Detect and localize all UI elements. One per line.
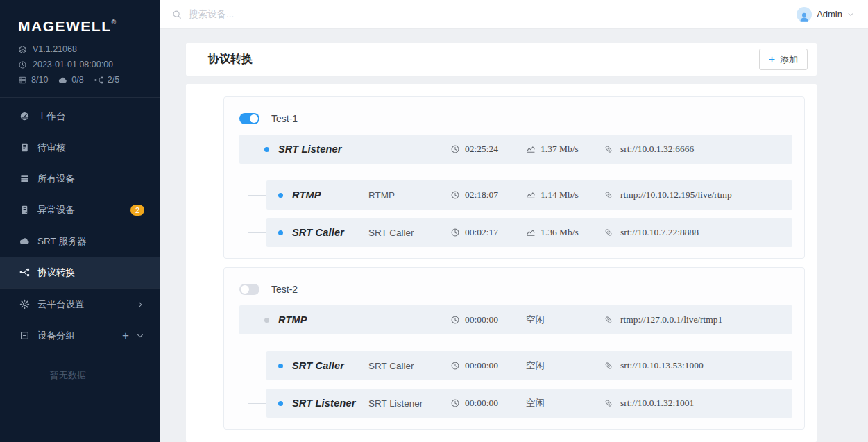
source-bitrate: 1.37 Mb/s [526,144,604,155]
datetime-label: 2023-01-01 08:00:00 [33,60,113,69]
status-dot [264,147,269,152]
device-counter: 8/10 [18,75,48,85]
system-info: V1.1.21068 2023-01-01 08:00:00 8/10 0/8 … [0,35,160,87]
output-duration: 00:02:17 [450,227,526,238]
sidebar-item-workbench[interactable]: 工作台 [0,101,160,132]
group-name: Test-2 [271,284,298,295]
pending-review-icon [19,142,30,153]
sidebar-item-pending-review[interactable]: 待审核 [0,132,160,163]
link-icon [604,398,613,408]
sidebar-item-srt-server[interactable]: SRT 服务器 [0,226,160,257]
no-data-text: 暂无数据 [0,351,160,382]
output-row[interactable]: RTMP RTMP 02:18:07 1.14 Mb/s [266,180,792,210]
conversion-list-panel: Test-1 SRT Listener 02:25:24 [186,84,817,442]
status-dot [278,230,283,235]
magewell-logo: MAGEWELL® [0,0,160,35]
group-enable-toggle[interactable] [239,113,259,124]
output-name-cell: SRT Caller [278,227,368,238]
group-header: Test-2 [239,279,792,300]
source-duration: 00:00:00 [450,314,526,325]
output-name: SRT Listener [292,398,356,409]
chevron-down-icon[interactable] [136,332,144,340]
sidebar-item-device-groups[interactable]: 设备分组 + [0,320,160,351]
source-name-cell: SRT Listener [264,144,450,155]
username: Admin [817,9,842,19]
output-name-cell: SRT Caller [278,360,368,371]
layers-icon [18,45,27,54]
user-menu[interactable]: Admin [797,7,854,22]
abnormal-count-badge: 2 [130,205,144,216]
source-row[interactable]: RTMP 00:00:00 空闲 rtmp://127.0.0.1/l [239,305,792,334]
gear-icon [19,299,30,309]
source-url: srt://10.0.1.32:6666 [604,144,792,155]
source-row[interactable]: SRT Listener 02:25:24 1.37 Mb/s srt [239,135,792,164]
sidebar-item-abnormal-devices[interactable]: 异常设备 2 [0,194,160,226]
sidebar-item-protocol-conversion[interactable]: 协议转换 [0,257,160,288]
output-name: SRT Caller [292,360,344,371]
abnormal-device-icon [19,205,30,215]
version-row: V1.1.21068 [18,42,160,57]
device-count-icon [18,76,27,85]
conversion-group-card: Test-1 SRT Listener 02:25:24 [223,96,805,259]
output-bitrate: 1.14 Mb/s [526,189,604,201]
cloud-count-icon [58,76,67,85]
status-dot [278,193,283,198]
sidebar-item-cloud-settings[interactable]: 云平台设置 [0,289,160,320]
output-name: SRT Caller [292,227,344,238]
cloud-counter: 0/8 [58,75,83,85]
output-status: 空闲 [526,359,604,372]
bitrate-chart-icon [526,228,536,237]
output-row[interactable]: SRT Caller SRT Caller 00:02:17 1.36 Mb/s [266,218,792,247]
link-icon [604,144,613,154]
output-rows: RTMP RTMP 02:18:07 1.14 Mb/s [266,164,792,247]
bitrate-chart-icon [526,144,536,154]
clock-icon [450,315,460,325]
conversion-counter: 2/5 [94,75,119,85]
main-region: Admin 协议转换 + 添加 Test-1 [160,0,868,442]
search-input[interactable] [187,8,482,20]
output-row[interactable]: SRT Caller SRT Caller 00:00:00 空闲 [266,351,792,380]
group-name: Test-1 [271,113,298,124]
page-title: 协议转换 [208,52,253,67]
link-icon [604,190,613,200]
output-row[interactable]: SRT Listener SRT Listener 00:00:00 空闲 [266,389,792,418]
add-group-button[interactable]: + [122,330,129,341]
page-header: 协议转换 + 添加 [186,43,817,76]
clock-icon [450,190,460,200]
clock-icon [450,398,460,408]
status-dot [264,318,269,323]
version-label: V1.1.21068 [33,44,77,54]
sidebar: MAGEWELL® V1.1.21068 2023-01-01 08:00:00… [0,0,160,442]
source-name: SRT Listener [278,144,342,155]
app-window: MAGEWELL® V1.1.21068 2023-01-01 08:00:00… [0,0,868,442]
output-duration: 00:00:00 [450,360,526,371]
clock-icon [450,144,460,154]
link-icon [604,315,613,325]
bitrate-chart-icon [526,190,536,200]
output-status: 空闲 [526,397,604,409]
output-rows: SRT Caller SRT Caller 00:00:00 空闲 [266,334,792,418]
sidebar-item-all-devices[interactable]: 所有设备 [0,163,160,194]
conversion-group-card: Test-2 RTMP 00:00:00 空闲 [223,267,805,430]
output-url: srt://10.10.13.53:1000 [604,360,792,371]
status-dot [278,401,283,406]
output-protocol: SRT Listener [368,398,450,409]
group-enable-toggle[interactable] [239,284,259,295]
sidebar-menu: 工作台 待审核 所有设备 异常设备 2 SRT 服务器 协议转换 [0,101,160,382]
datetime-row: 2023-01-01 08:00:00 [18,57,160,72]
status-dot [278,364,283,368]
cloud-icon [19,236,30,246]
protocol-conversion-icon [19,267,30,278]
device-count: 8/10 [31,75,48,85]
clock-icon [450,361,460,371]
all-devices-icon [19,173,30,184]
cloud-count: 0/8 [71,75,83,85]
output-name: RTMP [292,189,321,201]
add-button[interactable]: + 添加 [759,49,808,70]
conversion-count: 2/5 [108,75,119,85]
output-protocol: RTMP [368,190,450,201]
device-group-icon [19,330,30,341]
output-name-cell: RTMP [278,189,368,201]
chevron-down-icon [847,11,854,18]
link-icon [604,228,613,237]
